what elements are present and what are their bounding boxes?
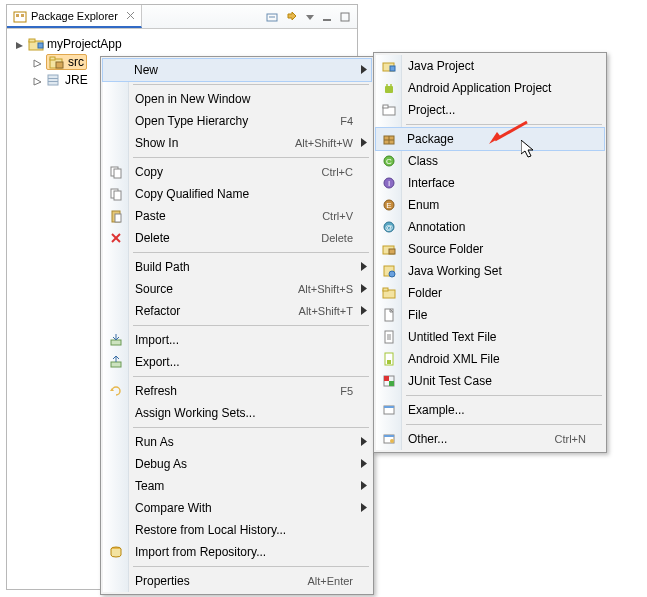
link-editor-icon[interactable] xyxy=(285,10,299,24)
submenu-example[interactable]: Example... xyxy=(376,399,604,421)
svg-marker-38 xyxy=(361,437,367,446)
submenu-folder[interactable]: Folder xyxy=(376,282,604,304)
svg-marker-41 xyxy=(361,503,367,512)
submenu-java-project[interactable]: Java Project xyxy=(376,55,604,77)
import-icon xyxy=(107,331,125,349)
minimize-icon[interactable] xyxy=(321,11,333,23)
tab-package-explorer[interactable]: Package Explorer xyxy=(7,5,142,28)
svg-rect-19 xyxy=(48,75,58,85)
submenu-android-xml-file[interactable]: Android XML File xyxy=(376,348,604,370)
delete-icon xyxy=(107,229,125,247)
svg-rect-81 xyxy=(384,435,394,437)
submenu-other[interactable]: Other...Ctrl+N xyxy=(376,428,604,450)
menu-refresh[interactable]: RefreshF5 xyxy=(103,380,371,402)
menu-source[interactable]: SourceAlt+Shift+S xyxy=(103,278,371,300)
context-menu: New Open in New Window Open Type Hierarc… xyxy=(100,56,374,595)
menu-show-in[interactable]: Show InAlt+Shift+W xyxy=(103,132,371,154)
jre-library-icon xyxy=(46,73,62,87)
svg-rect-25 xyxy=(114,169,121,178)
menu-import[interactable]: Import... xyxy=(103,329,371,351)
menu-delete[interactable]: DeleteDelete xyxy=(103,227,371,249)
svg-text:E: E xyxy=(386,201,391,210)
svg-rect-2 xyxy=(21,14,24,17)
svg-marker-23 xyxy=(361,138,367,147)
menu-new[interactable]: New xyxy=(102,58,372,82)
submenu-source-folder[interactable]: Source Folder xyxy=(376,238,604,260)
project-icon xyxy=(380,101,398,119)
submenu-new: Java Project Android Application Project… xyxy=(373,52,607,453)
view-menu-icon[interactable] xyxy=(305,10,315,24)
menu-assign-working-sets[interactable]: Assign Working Sets... xyxy=(103,402,371,424)
submenu-enum[interactable]: E Enum xyxy=(376,194,604,216)
svg-text:@: @ xyxy=(385,223,393,232)
tab-bar: Package Explorer xyxy=(7,5,357,29)
project-icon xyxy=(28,37,44,51)
submenu-arrow-icon xyxy=(361,260,367,274)
svg-rect-74 xyxy=(387,360,391,364)
svg-marker-39 xyxy=(361,459,367,468)
close-icon[interactable] xyxy=(122,11,135,20)
menu-restore-local-history[interactable]: Restore from Local History... xyxy=(103,519,371,541)
svg-rect-66 xyxy=(383,288,388,291)
submenu-arrow-icon xyxy=(361,304,367,318)
menu-debug-as[interactable]: Debug As xyxy=(103,453,371,475)
repository-icon xyxy=(107,543,125,561)
submenu-class[interactable]: C Class xyxy=(376,150,604,172)
working-set-icon xyxy=(380,262,398,280)
submenu-junit-test-case[interactable]: JUnit Test Case xyxy=(376,370,604,392)
submenu-annotation[interactable]: @ Annotation xyxy=(376,216,604,238)
svg-rect-44 xyxy=(390,66,395,71)
svg-marker-33 xyxy=(361,284,367,293)
submenu-arrow-icon xyxy=(361,457,367,471)
svg-marker-14 xyxy=(34,60,41,67)
submenu-arrow-icon xyxy=(361,282,367,296)
menu-copy-qualified[interactable]: Copy Qualified Name xyxy=(103,183,371,205)
submenu-interface[interactable]: I Interface xyxy=(376,172,604,194)
submenu-java-working-set[interactable]: Java Working Set xyxy=(376,260,604,282)
menu-copy[interactable]: CopyCtrl+C xyxy=(103,161,371,183)
android-icon xyxy=(380,79,398,97)
expand-arrow-icon[interactable] xyxy=(33,75,43,85)
menu-properties[interactable]: PropertiesAlt+Enter xyxy=(103,570,371,592)
export-icon xyxy=(107,353,125,371)
menu-separator xyxy=(133,252,369,253)
svg-rect-9 xyxy=(341,13,349,21)
expand-arrow-icon[interactable] xyxy=(33,57,43,67)
svg-rect-21 xyxy=(48,81,58,82)
menu-refactor[interactable]: RefactorAlt+Shift+T xyxy=(103,300,371,322)
text-file-icon xyxy=(380,328,398,346)
submenu-project[interactable]: Project... xyxy=(376,99,604,121)
submenu-file[interactable]: File xyxy=(376,304,604,326)
tree-row-project[interactable]: myProjectApp xyxy=(11,35,353,53)
menu-team[interactable]: Team xyxy=(103,475,371,497)
menu-run-as[interactable]: Run As xyxy=(103,431,371,453)
maximize-icon[interactable] xyxy=(339,11,351,23)
svg-rect-1 xyxy=(16,14,19,17)
java-project-icon xyxy=(380,57,398,75)
svg-rect-77 xyxy=(389,381,394,386)
svg-rect-76 xyxy=(384,376,389,381)
src-label: src xyxy=(68,55,84,69)
collapse-all-icon[interactable] xyxy=(265,10,279,24)
svg-marker-32 xyxy=(361,262,367,271)
svg-marker-34 xyxy=(361,306,367,315)
submenu-package[interactable]: Package xyxy=(375,127,605,151)
menu-export[interactable]: Export... xyxy=(103,351,371,373)
svg-rect-35 xyxy=(111,340,121,345)
menu-build-path[interactable]: Build Path xyxy=(103,256,371,278)
menu-open-new-window[interactable]: Open in New Window xyxy=(103,88,371,110)
expand-arrow-icon[interactable] xyxy=(15,39,25,49)
submenu-untitled-text-file[interactable]: Untitled Text File xyxy=(376,326,604,348)
menu-import-from-repository[interactable]: Import from Repository... xyxy=(103,541,371,563)
enum-icon: E xyxy=(380,196,398,214)
menu-paste[interactable]: PasteCtrl+V xyxy=(103,205,371,227)
menu-open-type-hierarchy[interactable]: Open Type HierarchyF4 xyxy=(103,110,371,132)
jre-label: JRE xyxy=(65,73,88,87)
tab-title: Package Explorer xyxy=(31,10,118,22)
svg-rect-13 xyxy=(38,43,43,48)
selected-node: src xyxy=(46,54,87,70)
submenu-android-app-project[interactable]: Android Application Project xyxy=(376,77,604,99)
svg-text:I: I xyxy=(388,179,390,188)
menu-compare-with[interactable]: Compare With xyxy=(103,497,371,519)
svg-text:C: C xyxy=(386,157,392,166)
